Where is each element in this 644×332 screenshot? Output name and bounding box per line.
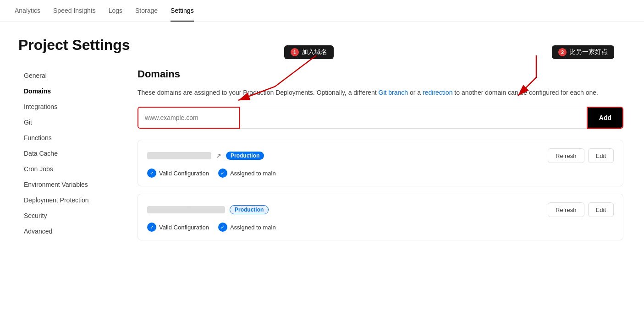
card-actions-1: Refresh Edit [548,148,614,163]
domain-name-area-1: ↗ Production [147,152,264,160]
nav-speed-insights[interactable]: Speed Insights [53,0,96,22]
domain-blur-1 [147,152,211,159]
assigned-status-2: ✓ Assigned to main [218,223,276,232]
domain-name-area-2: Production [147,205,269,214]
edit-button-2[interactable]: Edit [588,202,614,217]
domain-card-2-header: Production Refresh Edit [147,202,614,217]
domain-blur-2b [188,206,225,213]
refresh-button-2[interactable]: Refresh [548,202,584,217]
sidebar-item-general[interactable]: General [18,68,119,83]
valid-config-status-1: ✓ Valid Configuration [147,169,209,178]
nav-settings[interactable]: Settings [171,0,194,22]
page-title: Project Settings [18,37,623,54]
main-container: Project Settings General Domains Integra… [0,22,642,262]
check-icon-1: ✓ [147,169,156,178]
sidebar: General Domains Integrations Git Functio… [18,68,119,248]
sidebar-item-integrations[interactable]: Integrations [18,99,119,114]
sidebar-item-security[interactable]: Security [18,208,119,223]
check-icon-assigned-2: ✓ [218,223,227,232]
edit-button-1[interactable]: Edit [588,148,614,163]
check-icon-2: ✓ [147,223,156,232]
card-actions-2: Refresh Edit [548,202,614,217]
add-domain-button[interactable]: Add [588,108,622,128]
section-description: These domains are assigned to your Produ… [138,87,623,98]
sidebar-item-deployment-protection[interactable]: Deployment Protection [18,193,119,207]
domains-section: Domains These domains are assigned to yo… [138,68,623,248]
production-badge-1: Production [226,152,264,160]
content-area: General Domains Integrations Git Functio… [18,68,623,248]
refresh-button-1[interactable]: Refresh [548,148,584,163]
check-icon-assigned-1: ✓ [218,169,227,178]
domain-status-row-1: ✓ Valid Configuration ✓ Assigned to main [147,169,614,178]
domain-input-secondary[interactable] [240,108,587,128]
git-branch-link[interactable]: Git branch [379,89,408,96]
production-badge-2: Production [230,205,269,214]
sidebar-item-env-vars[interactable]: Environment Variables [18,177,119,192]
section-title-domains: Domains [138,68,623,80]
nav-storage[interactable]: Storage [135,0,158,22]
domain-card-1: ↗ Production Refresh Edit ✓ Valid Config… [138,140,623,186]
domain-status-row-2: ✓ Valid Configuration ✓ Assigned to main [147,223,614,232]
domain-card-1-header: ↗ Production Refresh Edit [147,148,614,163]
external-link-icon-1[interactable]: ↗ [216,152,221,159]
top-nav: Analytics Speed Insights Logs Storage Se… [0,0,644,22]
sidebar-item-advanced[interactable]: Advanced [18,224,119,239]
domain-input[interactable] [138,108,239,128]
redirection-link[interactable]: redirection [423,89,452,96]
sidebar-item-domains[interactable]: Domains [18,84,119,98]
sidebar-item-git[interactable]: Git [18,115,119,130]
domain-card-2: Production Refresh Edit ✓ Valid Configur… [138,194,623,240]
nav-logs[interactable]: Logs [109,0,122,22]
sidebar-item-cron-jobs[interactable]: Cron Jobs [18,162,119,176]
nav-analytics[interactable]: Analytics [15,0,40,22]
sidebar-item-functions[interactable]: Functions [18,131,119,145]
sidebar-item-data-cache[interactable]: Data Cache [18,146,119,161]
valid-config-status-2: ✓ Valid Configuration [147,223,209,232]
assigned-status-1: ✓ Assigned to main [218,169,276,178]
